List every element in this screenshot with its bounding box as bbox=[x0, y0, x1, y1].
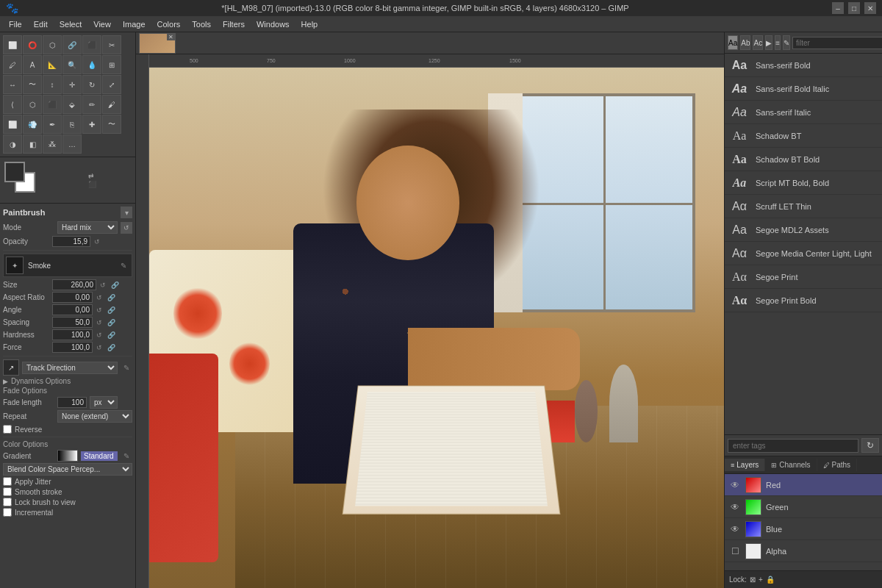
repeat-select[interactable]: None (extend) bbox=[57, 410, 132, 423]
apply-jitter-checkbox[interactable] bbox=[3, 477, 12, 486]
tool-scissors-select[interactable]: ✂ bbox=[102, 35, 121, 54]
lock-brush-checkbox[interactable] bbox=[3, 498, 12, 506]
font-item-6[interactable]: AαScruff LET Thin bbox=[725, 195, 882, 218]
tool-move-tool[interactable]: ✛ bbox=[62, 75, 82, 94]
tool-fuzzy-select[interactable]: 🔗 bbox=[62, 35, 82, 54]
fade-input[interactable] bbox=[57, 397, 87, 408]
opacity-input[interactable] bbox=[52, 236, 90, 247]
canvas-image[interactable] bbox=[149, 68, 724, 588]
opacity-reset-btn[interactable]: ↺ bbox=[92, 237, 102, 247]
font-item-9[interactable]: AαSegoe Print bbox=[725, 265, 882, 289]
aspect-ratio-input[interactable] bbox=[52, 292, 93, 303]
menu-item-file[interactable]: File bbox=[3, 18, 28, 30]
size-reset-btn[interactable]: ↺ bbox=[98, 280, 108, 290]
tool-extra-5[interactable]: ⎘ bbox=[62, 115, 82, 134]
tags-input[interactable] bbox=[728, 439, 858, 453]
hardness-input[interactable] bbox=[52, 329, 93, 340]
menu-item-select[interactable]: Select bbox=[54, 18, 88, 30]
layer-item-alpha[interactable]: ☐Alpha bbox=[725, 540, 882, 562]
tool-paths-tool[interactable]: 🖊 bbox=[3, 55, 22, 74]
font-item-2[interactable]: AaSans-serif Italic bbox=[725, 101, 882, 124]
tool-color-picker[interactable]: 💧 bbox=[82, 55, 101, 74]
font-btn-3[interactable]: ▶ bbox=[765, 35, 772, 50]
font-btn-5[interactable]: ✎ bbox=[783, 35, 790, 50]
font-btn-0[interactable]: Aa bbox=[728, 35, 738, 50]
font-btn-4[interactable]: ≡ bbox=[775, 35, 781, 50]
lock-all-btn[interactable]: 🔒 bbox=[766, 576, 775, 584]
close-button[interactable]: ✕ bbox=[864, 2, 876, 14]
tool-extra-9[interactable]: ◧ bbox=[23, 135, 42, 154]
dynamics-select[interactable]: Track Direction bbox=[22, 362, 118, 374]
tool-extra-8[interactable]: ◑ bbox=[3, 135, 22, 154]
reverse-checkbox[interactable] bbox=[3, 425, 12, 434]
font-item-7[interactable]: AaSegoe MDL2 Assets bbox=[725, 218, 882, 242]
tool-extra-1[interactable]: 🖌 bbox=[102, 95, 121, 114]
angle-input[interactable] bbox=[52, 304, 93, 315]
incremental-checkbox[interactable] bbox=[3, 508, 12, 517]
layer-visibility-blue[interactable]: 👁 bbox=[729, 523, 741, 535]
font-item-8[interactable]: AαSegoe Media Center Light, Light bbox=[725, 242, 882, 265]
menu-item-image[interactable]: Image bbox=[117, 18, 151, 30]
tool-rect-select[interactable]: ⬜ bbox=[3, 35, 22, 54]
tool-zoom-tool[interactable]: 🔍 bbox=[62, 55, 82, 74]
tool-transform-tool[interactable]: ↔ bbox=[3, 75, 22, 94]
layer-visibility-red[interactable]: 👁 bbox=[729, 479, 741, 491]
tool-by-color-select[interactable]: ⬛ bbox=[82, 35, 101, 54]
swap-colors-btn[interactable]: ⇄ bbox=[88, 172, 96, 179]
tool-unified-transform[interactable]: ⬛ bbox=[43, 95, 62, 114]
menu-item-colors[interactable]: Colors bbox=[151, 18, 187, 30]
font-btn-2[interactable]: Ac bbox=[753, 35, 763, 50]
tool-ellipse-select[interactable]: ⭕ bbox=[23, 35, 42, 54]
gradient-value[interactable]: Standard bbox=[81, 451, 118, 461]
layer-item-red[interactable]: 👁Red bbox=[725, 474, 882, 496]
font-item-4[interactable]: AaSchadow BT Bold bbox=[725, 148, 882, 171]
menu-item-edit[interactable]: Edit bbox=[28, 18, 54, 30]
lock-pixel-btn[interactable]: ⊠ bbox=[750, 576, 756, 584]
tool-extra-4[interactable]: ✒ bbox=[43, 115, 62, 134]
brush-edit-btn[interactable]: ✎ bbox=[118, 259, 129, 271]
fade-unit-select[interactable]: px bbox=[90, 396, 118, 409]
font-item-1[interactable]: AaSans-serif Bold Italic bbox=[725, 77, 882, 101]
minimize-button[interactable]: – bbox=[832, 2, 844, 14]
tool-extra-0[interactable]: ✏ bbox=[82, 95, 101, 114]
tool-extra-6[interactable]: ✚ bbox=[82, 115, 101, 134]
angle-reset-btn[interactable]: ↺ bbox=[94, 305, 104, 315]
spacing-link-btn[interactable]: 🔗 bbox=[106, 318, 116, 328]
spacing-input[interactable] bbox=[52, 317, 93, 328]
options-expand-btn[interactable]: ▾ bbox=[121, 207, 132, 218]
tool-extra-2[interactable]: ⬜ bbox=[3, 115, 22, 134]
lock-pos-btn[interactable]: + bbox=[759, 576, 763, 584]
dynamics-edit-btn[interactable]: ✎ bbox=[121, 362, 132, 373]
tool-extra-11[interactable]: … bbox=[62, 135, 82, 154]
tool-shear-tool[interactable]: ⟨ bbox=[3, 95, 22, 114]
force-input[interactable] bbox=[52, 342, 93, 353]
force-link-btn[interactable]: 🔗 bbox=[106, 343, 116, 353]
foreground-color-swatch[interactable] bbox=[4, 162, 25, 182]
tool-text-tool[interactable]: A bbox=[23, 55, 42, 74]
brush-preview[interactable]: ✦ Smoke ✎ bbox=[3, 254, 132, 277]
layers-tab-layers[interactable]: ≡ Layers bbox=[725, 459, 765, 471]
font-filter-input[interactable] bbox=[792, 37, 882, 49]
layer-item-green[interactable]: 👁Green bbox=[725, 496, 882, 518]
layers-tab-paths[interactable]: 🖊 Paths bbox=[817, 459, 858, 471]
menu-item-filters[interactable]: Filters bbox=[217, 18, 251, 30]
tool-perspective-tool[interactable]: ⬡ bbox=[23, 95, 42, 114]
mode-reset-btn[interactable]: ↺ bbox=[121, 222, 132, 234]
layer-item-blue[interactable]: 👁Blue bbox=[725, 518, 882, 540]
maximize-button[interactable]: □ bbox=[848, 2, 860, 14]
tool-extra-10[interactable]: ⁂ bbox=[43, 135, 62, 154]
blend-select[interactable]: Blend Color Space Percep... bbox=[3, 463, 132, 476]
font-item-10[interactable]: AαSegoe Print Bold bbox=[725, 289, 882, 312]
spacing-reset-btn[interactable]: ↺ bbox=[94, 318, 104, 328]
tool-scale-tool[interactable]: ⤢ bbox=[102, 75, 121, 94]
tool-free-select[interactable]: ⬡ bbox=[43, 35, 62, 54]
menu-item-windows[interactable]: Windows bbox=[251, 18, 295, 30]
hardness-link-btn[interactable]: 🔗 bbox=[106, 330, 116, 340]
layer-visibility-green[interactable]: 👁 bbox=[729, 501, 741, 513]
menu-item-help[interactable]: Help bbox=[295, 18, 324, 30]
canvas-thumbnail[interactable]: ✕ bbox=[139, 33, 176, 54]
hardness-reset-btn[interactable]: ↺ bbox=[94, 330, 104, 340]
tool-measure-tool[interactable]: 📐 bbox=[43, 55, 62, 74]
menu-item-tools[interactable]: Tools bbox=[186, 18, 217, 30]
layer-visibility-alpha[interactable]: ☐ bbox=[729, 545, 741, 557]
